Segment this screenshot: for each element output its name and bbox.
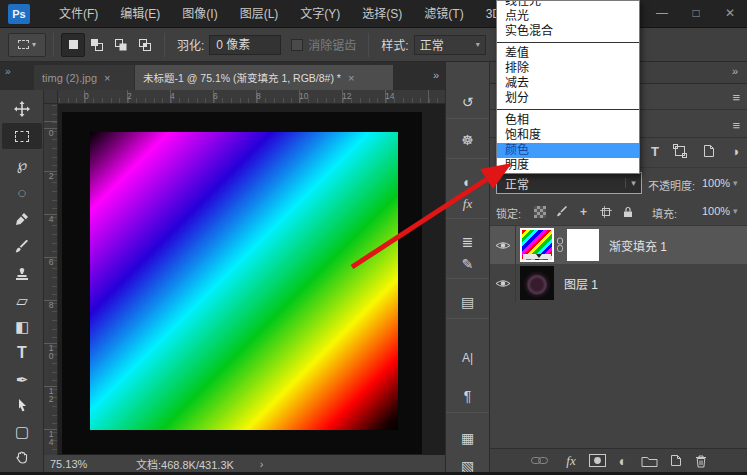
- intersect-selection-button[interactable]: [133, 33, 157, 57]
- gradient-tool[interactable]: ◧: [2, 313, 42, 339]
- collapse-tools-icon[interactable]: »: [5, 66, 11, 77]
- zoom-level-field[interactable]: 75.13%: [50, 458, 120, 470]
- blend-option-luminosity[interactable]: 明度: [497, 158, 639, 173]
- blend-option-divide[interactable]: 划分: [497, 91, 639, 106]
- pen-tool[interactable]: ✒: [2, 366, 42, 392]
- new-selection-button[interactable]: [61, 33, 85, 57]
- new-layer-button[interactable]: [662, 451, 688, 471]
- shape-tool[interactable]: ▢: [2, 418, 42, 444]
- filter-type-icon[interactable]: T: [651, 144, 659, 159]
- opacity-value[interactable]: 100%: [702, 177, 730, 189]
- mask-link-icon[interactable]: [555, 237, 565, 253]
- antialias-checkbox[interactable]: [291, 39, 303, 51]
- layer-row-layer-1[interactable]: 图层 1: [490, 264, 747, 302]
- filter-shape-icon[interactable]: [673, 144, 687, 158]
- visibility-toggle[interactable]: [490, 226, 516, 264]
- tab-overflow-icon[interactable]: »: [433, 69, 439, 81]
- layer-row-gradient-fill[interactable]: 渐变填充 1: [490, 226, 747, 264]
- blend-option-color-highlighted[interactable]: 颜色: [497, 143, 639, 158]
- rainbow-gradient-image[interactable]: [90, 132, 398, 430]
- layer-name[interactable]: 图层 1: [564, 275, 598, 292]
- blend-option-subtract[interactable]: 减去: [497, 76, 639, 91]
- lock-artboard-button[interactable]: [598, 204, 613, 219]
- menu-type[interactable]: 文字(Y): [289, 0, 351, 28]
- lock-pixels-button[interactable]: [554, 204, 569, 219]
- blend-option-linear-light[interactable]: 线性光: [497, 0, 639, 9]
- close-button[interactable]: ✕: [713, 0, 747, 26]
- blend-option-difference[interactable]: 差值: [497, 46, 639, 61]
- fill-value[interactable]: 100%: [702, 205, 730, 217]
- styles-panel-button[interactable]: fx: [446, 192, 489, 216]
- feather-input[interactable]: 0 像素: [209, 35, 281, 55]
- menu-filter[interactable]: 滤镜(T): [413, 0, 474, 28]
- quick-selection-tool[interactable]: ◌: [2, 179, 42, 205]
- new-adjustment-layer-button[interactable]: ◐: [610, 451, 636, 471]
- rectangular-marquee-tool[interactable]: [2, 123, 42, 149]
- blend-option-saturation[interactable]: 饱和度: [497, 128, 639, 143]
- character-panel-button[interactable]: A|: [446, 346, 489, 370]
- menu-file[interactable]: 文件(F): [48, 0, 109, 28]
- layer-mask-thumbnail[interactable]: [567, 229, 599, 261]
- filter-adjustment-icon[interactable]: ◑: [731, 144, 739, 159]
- gradient-fill-thumbnail[interactable]: [520, 228, 554, 262]
- panel-menu-icon[interactable]: ≡: [732, 90, 740, 105]
- tab-timg-jpg[interactable]: timg (2).jpg ×: [34, 65, 134, 90]
- clone-stamp-tool[interactable]: [2, 261, 42, 287]
- close-icon[interactable]: ×: [348, 72, 354, 84]
- visibility-toggle[interactable]: [490, 264, 516, 302]
- lock-position-button[interactable]: +: [576, 204, 591, 219]
- blend-option-pin-light[interactable]: 点光: [497, 9, 639, 24]
- panel-menu-icon[interactable]: ≡: [732, 118, 740, 133]
- history-panel-button[interactable]: ↺: [446, 90, 489, 114]
- minimize-button[interactable]: —: [645, 0, 679, 26]
- link-layers-button[interactable]: [526, 451, 552, 471]
- gradient-bar: [523, 254, 551, 259]
- blend-option-exclusion[interactable]: 排除: [497, 61, 639, 76]
- paragraph-panel-button[interactable]: ¶: [446, 384, 489, 408]
- new-group-button[interactable]: [636, 451, 662, 471]
- type-tool[interactable]: T: [2, 340, 42, 366]
- close-icon[interactable]: ×: [104, 72, 110, 84]
- add-layer-mask-button[interactable]: [584, 451, 610, 471]
- tab-untitled-active[interactable]: 未标题-1 @ 75.1% (渐变填充 1, RGB/8#) * ×: [135, 65, 393, 90]
- layer-name[interactable]: 渐变填充 1: [609, 237, 667, 254]
- eyedropper-tool[interactable]: [2, 206, 42, 232]
- maximize-button[interactable]: □: [679, 0, 713, 26]
- chevron-down-icon[interactable]: ▾: [733, 178, 738, 188]
- brush-settings-panel-button[interactable]: ✎: [446, 252, 489, 276]
- status-options-icon[interactable]: ›: [260, 458, 264, 470]
- menu-image[interactable]: 图像(I): [171, 0, 228, 28]
- eraser-tool[interactable]: ▱: [2, 287, 42, 313]
- filter-smart-object-icon[interactable]: [703, 144, 715, 158]
- tool-preset-picker[interactable]: ▾: [8, 33, 46, 57]
- hand-tool[interactable]: [2, 444, 42, 470]
- menu-edit[interactable]: 编辑(E): [109, 0, 171, 28]
- blend-option-hard-mix[interactable]: 实色混合: [497, 24, 639, 39]
- lock-all-button[interactable]: [620, 204, 635, 219]
- blend-option-hue[interactable]: 色相: [497, 113, 639, 128]
- vertical-ruler[interactable]: 0 2 4 6 8 10 12 14: [44, 104, 58, 455]
- brush-tool[interactable]: [2, 234, 42, 260]
- layer-style-button[interactable]: fx: [558, 451, 584, 471]
- chevron-down-icon[interactable]: ▾: [733, 206, 738, 216]
- navigator-panel-button[interactable]: ☸: [446, 128, 489, 152]
- move-tool[interactable]: [2, 96, 42, 122]
- menu-layer[interactable]: 图层(L): [229, 0, 290, 28]
- layer-1-thumbnail[interactable]: [520, 266, 554, 300]
- delete-layer-button[interactable]: [688, 451, 714, 471]
- style-select[interactable]: 正常 ▾: [414, 35, 486, 55]
- adjustments-panel-button[interactable]: ◐: [446, 170, 489, 194]
- brush-presets-panel-button[interactable]: ≣: [446, 230, 489, 254]
- blend-mode-select[interactable]: 正常 ▾: [496, 172, 642, 194]
- collapse-panels-icon[interactable]: »: [732, 65, 738, 77]
- add-to-selection-button[interactable]: [85, 33, 109, 57]
- path-selection-tool[interactable]: [2, 392, 42, 418]
- clone-source-panel-button[interactable]: ▤: [446, 290, 489, 314]
- menu-select[interactable]: 选择(S): [351, 0, 413, 28]
- layer-comps-panel-button[interactable]: ▦: [446, 426, 489, 450]
- horizontal-ruler[interactable]: 0 2 4 6 8 10 12 14: [58, 90, 445, 104]
- ruler-tick: 12: [46, 386, 56, 402]
- lock-transparent-button[interactable]: [532, 204, 547, 219]
- subtract-from-selection-button[interactable]: [109, 33, 133, 57]
- lasso-tool[interactable]: ℘: [2, 151, 42, 177]
